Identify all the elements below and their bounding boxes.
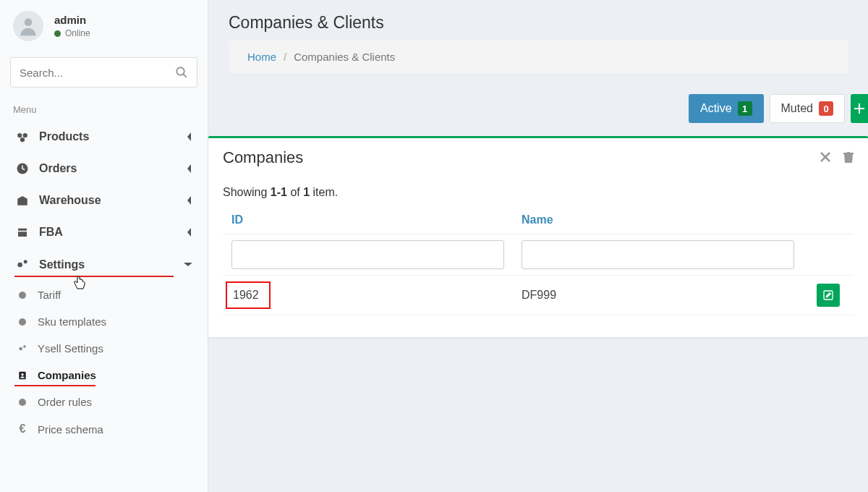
cubes-icon xyxy=(14,130,30,143)
user-info: admin Online xyxy=(54,14,90,38)
highlight-underline xyxy=(14,385,95,386)
status-dot-icon xyxy=(54,30,61,37)
avatar xyxy=(13,11,43,41)
content: Active 1 Muted 0 Companies xyxy=(208,81,868,337)
chevron-down-icon xyxy=(183,261,193,268)
svg-point-14 xyxy=(19,399,26,406)
box-tools xyxy=(820,152,854,164)
sidebar-item-products[interactable]: Products xyxy=(0,121,208,153)
plus-icon xyxy=(854,103,865,114)
sidebar-item-settings[interactable]: Settings xyxy=(0,248,208,281)
warehouse-icon xyxy=(14,194,30,207)
chevron-left-icon xyxy=(186,227,193,237)
subnav-item-label: Sku templates xyxy=(38,315,106,328)
search-box[interactable] xyxy=(10,57,197,88)
button-label: Muted xyxy=(781,102,813,115)
main: Companies & Clients Home / Companies & C… xyxy=(208,0,868,492)
subnav-item-label: Price schema xyxy=(38,423,103,436)
sidebar: admin Online Menu Products xyxy=(0,0,208,492)
highlight-underline xyxy=(14,276,174,277)
companies-box: Companies Showing 1-1 of 1 item. xyxy=(208,136,868,337)
sidebar-item-label: FBA xyxy=(39,226,63,239)
breadcrumb: Home / Companies & Clients xyxy=(229,40,848,74)
chevron-left-icon xyxy=(186,195,193,205)
svg-point-8 xyxy=(19,292,26,299)
user-icon xyxy=(17,14,40,38)
subnav-item-label: Companies xyxy=(38,369,96,381)
edit-button[interactable] xyxy=(817,284,840,307)
settings-subnav: Tariff Sku templates Ysell Settings Comp… xyxy=(0,281,208,443)
svg-point-13 xyxy=(21,373,24,376)
search-input[interactable] xyxy=(20,67,175,79)
svg-point-7 xyxy=(24,260,27,263)
svg-line-2 xyxy=(183,74,187,77)
cell-id: 1962 xyxy=(223,276,513,315)
subnav-item-order-rules[interactable]: Order rules xyxy=(0,389,208,415)
col-header-id[interactable]: ID xyxy=(223,206,513,234)
subnav-item-sku-templates[interactable]: Sku templates xyxy=(0,308,208,335)
active-count-badge: 1 xyxy=(738,101,752,116)
trash-icon[interactable] xyxy=(843,152,854,164)
search-icon[interactable] xyxy=(175,66,188,79)
svg-point-9 xyxy=(19,318,26,326)
filter-toolbar: Active 1 Muted 0 xyxy=(208,94,868,136)
svg-point-11 xyxy=(23,345,26,348)
box-header: Companies xyxy=(208,138,868,177)
sidebar-item-warehouse[interactable]: Warehouse xyxy=(0,184,208,216)
breadcrumb-current: Companies & Clients xyxy=(294,51,395,63)
svg-rect-4 xyxy=(18,229,27,231)
highlight-box: 1962 xyxy=(226,281,271,309)
subnav-item-label: Order rules xyxy=(38,396,92,408)
active-filter-button[interactable]: Active 1 xyxy=(689,94,764,123)
bullet-icon xyxy=(14,291,30,300)
grid-summary: Showing 1-1 of 1 item. xyxy=(223,186,854,199)
svg-point-10 xyxy=(19,347,22,350)
svg-point-0 xyxy=(25,18,33,26)
col-header-name[interactable]: Name xyxy=(513,206,803,234)
user-name: admin xyxy=(54,14,90,26)
table-row: 1962 DF999 xyxy=(223,276,854,315)
user-status: Online xyxy=(54,28,90,38)
chevron-left-icon xyxy=(186,132,193,142)
subnav-item-label: Tariff xyxy=(38,289,61,301)
companies-table: ID Name xyxy=(223,206,854,315)
breadcrumb-home[interactable]: Home xyxy=(247,51,276,63)
sidebar-item-label: Products xyxy=(39,130,89,143)
cell-name: DF999 xyxy=(513,276,803,315)
page-header: Companies & Clients Home / Companies & C… xyxy=(208,0,868,81)
nav: Products Orders Warehouse xyxy=(0,121,208,281)
sidebar-item-fba[interactable]: FBA xyxy=(0,216,208,248)
gears-icon xyxy=(14,344,30,354)
pencil-square-icon xyxy=(822,289,834,301)
box-body: Showing 1-1 of 1 item. ID Name xyxy=(208,177,868,337)
clock-icon xyxy=(14,162,30,175)
gears-icon xyxy=(14,258,30,272)
svg-point-6 xyxy=(17,263,22,268)
filter-id-input[interactable] xyxy=(231,240,504,269)
breadcrumb-sep: / xyxy=(284,51,286,63)
muted-count-badge: 0 xyxy=(819,101,833,116)
chevron-left-icon xyxy=(186,164,193,174)
subnav-item-companies[interactable]: Companies xyxy=(0,362,208,389)
bullet-icon xyxy=(14,318,30,326)
add-button[interactable] xyxy=(851,94,868,123)
filter-name-input[interactable] xyxy=(522,240,794,269)
svg-rect-5 xyxy=(18,232,27,237)
menu-header: Menu xyxy=(0,91,208,121)
subnav-item-tariff[interactable]: Tariff xyxy=(0,281,208,308)
page-title: Companies & Clients xyxy=(229,13,848,33)
euro-icon: € xyxy=(14,423,30,436)
user-status-label: Online xyxy=(65,28,90,38)
sidebar-item-label: Orders xyxy=(39,162,77,175)
address-book-icon xyxy=(14,370,30,381)
user-panel: admin Online xyxy=(0,7,208,50)
sidebar-item-label: Warehouse xyxy=(39,194,101,207)
search-wrap xyxy=(0,50,208,91)
subnav-item-price-schema[interactable]: € Price schema xyxy=(0,415,208,443)
sidebar-item-orders[interactable]: Orders xyxy=(0,153,208,184)
button-label: Active xyxy=(700,102,732,115)
muted-filter-button[interactable]: Muted 0 xyxy=(770,94,845,123)
close-icon[interactable] xyxy=(820,152,830,164)
filter-row xyxy=(223,234,854,276)
subnav-item-ysell-settings[interactable]: Ysell Settings xyxy=(0,335,208,362)
